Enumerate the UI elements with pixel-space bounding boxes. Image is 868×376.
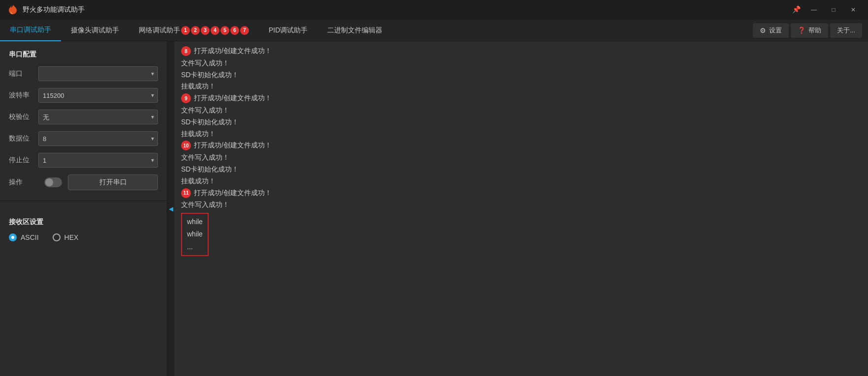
recv-section: 接收区设置 ASCII HEX [0, 208, 167, 244]
tab-num-3[interactable]: 3 [201, 26, 210, 35]
main-area: 串口配置 端口 波特率 115200 校验位 无 [0, 41, 868, 376]
log-line: SD卡初始化成功！ [181, 116, 861, 128]
tab-binary[interactable]: 二进制文件编辑器 [317, 20, 392, 41]
log-line: 10打开成功/创建文件成功！ [181, 140, 861, 151]
tab-serial[interactable]: 串口调试助手 [0, 20, 61, 41]
log-badge: 9 [181, 93, 191, 103]
port-select-wrapper [38, 66, 158, 81]
log-line: 文件写入成功！ [181, 105, 861, 116]
minimize-button[interactable]: — [805, 2, 823, 17]
hex-radio-circle [53, 233, 61, 241]
stopbits-row: 停止位 1 [0, 149, 167, 171]
databits-label: 数据位 [9, 134, 38, 143]
baud-row: 波特率 115200 [0, 85, 167, 106]
about-button[interactable]: 关于... [830, 23, 862, 38]
output-area[interactable]: 8打开成功/创建文件成功！文件写入成功！SD卡初始化成功！挂载成功！9打开成功/… [174, 41, 868, 376]
log-badge: 11 [181, 188, 191, 198]
while-line: ... [187, 241, 203, 253]
serial-config-title: 串口配置 [0, 47, 167, 63]
open-serial-button[interactable]: 打开串口 [68, 174, 158, 190]
log-line: 文件写入成功！ [181, 58, 861, 69]
tab-camera[interactable]: 摄像头调试助手 [61, 20, 129, 41]
hex-label: HEX [64, 233, 79, 241]
log-line: 8打开成功/创建文件成功！ [181, 45, 861, 57]
operation-label: 操作 [9, 178, 38, 187]
tab-num-4[interactable]: 4 [211, 26, 219, 35]
log-line: 挂载成功！ [181, 128, 861, 140]
settings-button[interactable]: ⚙ 设置 [753, 23, 789, 38]
encoding-radio-row: ASCII HEX [0, 231, 167, 244]
stopbits-select-wrapper: 1 [38, 153, 158, 168]
log-line: 11打开成功/创建文件成功！ [181, 187, 861, 199]
sidebar: 串口配置 端口 波特率 115200 校验位 无 [0, 41, 167, 376]
databits-select[interactable]: 8 [38, 131, 158, 146]
help-button[interactable]: ❓ 帮助 [791, 23, 828, 38]
ascii-label: ASCII [21, 233, 39, 241]
log-badge: 10 [181, 141, 191, 150]
baud-select[interactable]: 115200 [38, 88, 158, 103]
log-text: 打开成功/创建文件成功！ [194, 140, 272, 151]
log-line: SD卡初始化成功！ [181, 69, 861, 81]
content-area: 8打开成功/创建文件成功！文件写入成功！SD卡初始化成功！挂载成功！9打开成功/… [174, 41, 868, 376]
baud-select-wrapper: 115200 [38, 88, 158, 103]
log-badge: 8 [181, 46, 191, 56]
log-line: 文件写入成功！ [181, 199, 861, 211]
baud-label: 波特率 [9, 91, 38, 100]
tab-pid[interactable]: PID调试助手 [259, 20, 317, 41]
port-select[interactable] [38, 66, 158, 81]
tab-numbers: 1 2 3 4 5 6 7 [181, 26, 249, 35]
parity-select[interactable]: 无 [38, 110, 158, 124]
databits-select-wrapper: 8 [38, 131, 158, 146]
gear-icon: ⚙ [760, 27, 766, 34]
pin-button[interactable]: 📌 [789, 2, 803, 16]
titlebar: 野火多功能调试助手 📌 — □ ✕ [0, 0, 868, 20]
help-icon: ❓ [798, 27, 806, 34]
log-line: 挂载成功！ [181, 81, 861, 92]
parity-label: 校验位 [9, 113, 38, 121]
tab-num-5[interactable]: 5 [220, 26, 229, 35]
parity-row: 校验位 无 [0, 106, 167, 128]
close-button[interactable]: ✕ [844, 2, 862, 17]
serial-toggle[interactable] [44, 177, 62, 187]
stopbits-label: 停止位 [9, 156, 38, 165]
stopbits-select[interactable]: 1 [38, 153, 158, 168]
log-line: 文件写入成功！ [181, 152, 861, 164]
while-box: whilewhile... [181, 213, 209, 256]
tab-num-6[interactable]: 6 [230, 26, 239, 35]
while-line: while [187, 216, 203, 228]
window-controls: 📌 — □ ✕ [789, 2, 862, 17]
ascii-radio-circle [9, 233, 17, 241]
while-line: while [187, 228, 203, 240]
log-line: 挂载成功！ [181, 175, 861, 187]
app-icon [6, 4, 18, 16]
toggle-knob [45, 178, 53, 186]
tab-num-7[interactable]: 7 [240, 26, 249, 35]
log-text: 打开成功/创建文件成功！ [194, 92, 272, 104]
databits-row: 数据位 8 [0, 128, 167, 149]
menubar: 串口调试助手 摄像头调试助手 网络调试助手 1 2 3 4 5 6 7 PID调… [0, 20, 868, 41]
tab-network[interactable]: 网络调试助手 1 2 3 4 5 6 7 [129, 20, 259, 41]
collapse-sidebar-button[interactable]: ◀ [167, 41, 174, 376]
log-line: 9打开成功/创建文件成功！ [181, 92, 861, 104]
ascii-radio[interactable]: ASCII [9, 233, 39, 241]
log-text: 打开成功/创建文件成功！ [194, 187, 272, 199]
log-line: SD卡初始化成功！ [181, 164, 861, 175]
port-label: 端口 [9, 69, 38, 78]
hex-radio[interactable]: HEX [53, 233, 79, 241]
recv-section-title: 接收区设置 [0, 215, 167, 231]
port-row: 端口 [0, 63, 167, 85]
operation-row: 操作 打开串口 [0, 171, 167, 194]
tab-num-1[interactable]: 1 [181, 26, 190, 35]
app-title: 野火多功能调试助手 [23, 5, 789, 14]
maximize-button[interactable]: □ [825, 2, 842, 17]
sidebar-divider [0, 201, 167, 201]
menu-right-buttons: ⚙ 设置 ❓ 帮助 关于... [753, 23, 868, 38]
tab-num-2[interactable]: 2 [191, 26, 200, 35]
log-text: 打开成功/创建文件成功！ [194, 45, 272, 57]
parity-select-wrapper: 无 [38, 110, 158, 124]
